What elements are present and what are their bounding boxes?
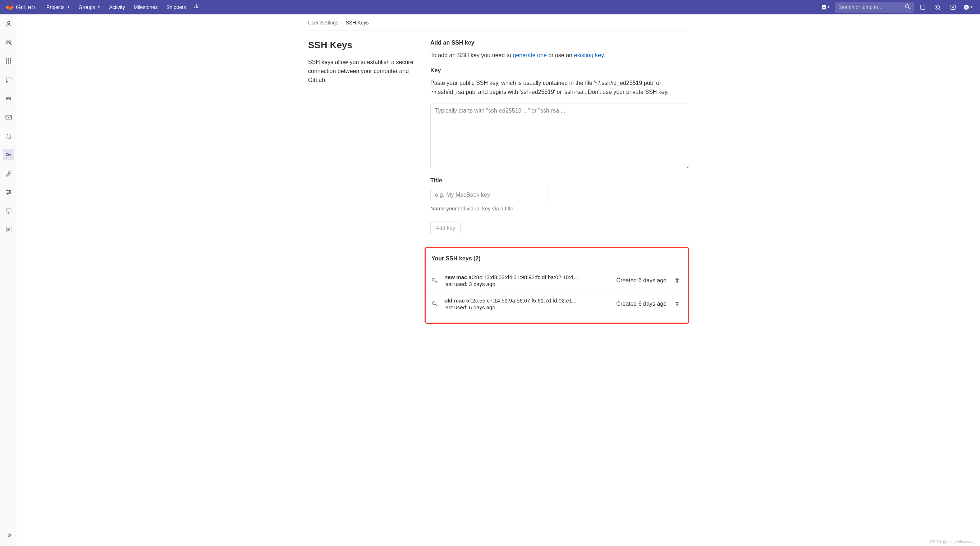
plus-dropdown[interactable]: ▼ <box>820 2 832 13</box>
key-textarea[interactable] <box>430 104 689 168</box>
title-hint: Name your individual key via a title <box>430 205 689 211</box>
svg-text:?: ? <box>965 5 967 10</box>
svg-rect-19 <box>6 62 7 63</box>
sidebar-notifications-icon[interactable] <box>3 130 14 142</box>
svg-rect-20 <box>8 62 9 63</box>
chevron-down-icon: ▼ <box>67 5 70 9</box>
search-box[interactable] <box>835 2 914 13</box>
svg-rect-18 <box>10 61 11 62</box>
svg-point-28 <box>6 190 8 191</box>
svg-point-9 <box>7 21 10 24</box>
svg-point-10 <box>6 41 8 43</box>
sidebar-preferences-icon[interactable] <box>3 186 14 198</box>
sidebar-applications-icon[interactable] <box>3 55 14 67</box>
help-dropdown[interactable]: ? ▼ <box>962 2 974 13</box>
svg-rect-21 <box>10 62 11 63</box>
key-fingerprint: a0:84:13:d3:03:d4:31:98:92:fc:df:ba:02:1… <box>469 274 581 280</box>
sidebar-profile-icon[interactable] <box>3 18 14 29</box>
chevron-down-icon: ▼ <box>970 5 973 9</box>
svg-point-24 <box>9 98 10 99</box>
svg-point-30 <box>7 193 8 194</box>
svg-point-29 <box>9 192 10 192</box>
svg-point-1 <box>905 5 909 8</box>
key-label: Key <box>430 67 689 74</box>
brand-text: GitLab <box>16 3 35 11</box>
add-key-heading: Add an SSH key <box>430 40 689 46</box>
nav-projects[interactable]: Projects▼ <box>42 0 75 14</box>
svg-point-3 <box>936 5 937 6</box>
svg-point-5 <box>939 8 940 10</box>
page-title: SSH Keys <box>308 40 416 51</box>
key-fingerprint: 5f:2c:55:c7:14:59:9a:56:67:f5:61:7d:fd:0… <box>466 297 577 303</box>
sidebar-tokens-icon[interactable] <box>3 93 14 104</box>
nav-snippets[interactable]: Snippets <box>162 0 190 14</box>
chevron-down-icon: ▼ <box>827 5 830 9</box>
breadcrumb-current: SSH Keys <box>346 20 369 26</box>
key-created: Created 6 days ago <box>616 301 667 307</box>
delete-key-button[interactable] <box>671 275 682 286</box>
sidebar-sessions-icon[interactable] <box>3 205 14 217</box>
generate-one-link[interactable]: generate one <box>513 52 546 58</box>
sidebar-gpg-keys-icon[interactable] <box>3 168 14 179</box>
key-icon <box>431 300 439 308</box>
nav-items: Projects▼ Groups▼ Activity Milestones Sn… <box>42 0 202 14</box>
nav-activity[interactable]: Activity <box>105 0 129 14</box>
issues-icon[interactable] <box>917 2 929 13</box>
ssh-key-row: new mac a0:84:13:d3:03:d4:31:98:92:fc:df… <box>429 269 682 292</box>
svg-point-11 <box>9 41 11 43</box>
existing-key-link[interactable]: existing key <box>574 52 603 58</box>
svg-rect-31 <box>6 209 11 212</box>
breadcrumb-separator: › <box>341 20 343 26</box>
search-input[interactable] <box>838 4 905 10</box>
svg-point-23 <box>7 98 8 99</box>
svg-rect-13 <box>6 58 7 59</box>
sidebar-collapse-icon[interactable] <box>3 530 14 541</box>
svg-rect-25 <box>6 115 11 119</box>
key-name: old mac <box>444 297 465 303</box>
nav-analytics-icon[interactable] <box>190 0 202 11</box>
svg-rect-16 <box>6 61 7 62</box>
ssh-key-row: old mac 5f:2c:55:c7:14:59:9a:56:67:f5:61… <box>429 292 682 315</box>
sidebar-ssh-keys-icon[interactable] <box>3 149 14 160</box>
svg-point-33 <box>432 278 435 281</box>
chevron-down-icon: ▼ <box>97 5 100 9</box>
svg-rect-15 <box>10 58 11 59</box>
key-lastused: last used: 3 days ago <box>444 281 611 287</box>
merge-requests-icon[interactable] <box>932 2 944 13</box>
sidebar-account-icon[interactable] <box>3 37 14 48</box>
key-lastused: last used: 6 days ago <box>444 304 611 310</box>
ssh-keys-highlight: Your SSH keys (2) new mac a0:84:13:d3:03… <box>425 247 689 324</box>
svg-point-34 <box>432 302 435 305</box>
gitlab-logo-icon <box>6 3 14 12</box>
todos-icon[interactable] <box>947 2 959 13</box>
add-key-button[interactable]: Add key <box>430 222 461 234</box>
brand-area[interactable]: GitLab <box>6 3 35 12</box>
page-description: SSH keys allow you to establish a secure… <box>308 58 416 85</box>
key-name: new mac <box>444 274 467 280</box>
top-nav: GitLab Projects▼ Groups▼ Activity Milest… <box>0 0 980 14</box>
nav-groups[interactable]: Groups▼ <box>75 0 105 14</box>
breadcrumb: User Settings › SSH Keys <box>308 18 689 31</box>
sidebar-emails-icon[interactable] <box>3 112 14 123</box>
svg-rect-14 <box>8 58 9 59</box>
search-icon <box>905 4 910 10</box>
settings-sidebar <box>0 14 17 546</box>
title-input[interactable] <box>430 189 549 201</box>
svg-rect-17 <box>8 61 9 62</box>
key-help: Paste your public SSH key, which is usua… <box>430 79 689 97</box>
title-label: Title <box>430 177 689 184</box>
nav-milestones[interactable]: Milestones <box>129 0 162 14</box>
svg-point-26 <box>6 153 9 156</box>
key-created: Created 6 days ago <box>616 277 667 284</box>
add-key-help: To add an SSH key you need to generate o… <box>430 51 689 60</box>
breadcrumb-parent[interactable]: User Settings <box>308 20 338 26</box>
your-keys-heading: Your SSH keys (2) <box>429 255 682 262</box>
delete-key-button[interactable] <box>671 299 682 309</box>
svg-point-4 <box>936 8 937 10</box>
sidebar-chat-icon[interactable] <box>3 74 14 86</box>
svg-rect-2 <box>921 5 925 10</box>
key-icon <box>431 276 439 285</box>
watermark: CSDN @maligebilaowang <box>930 540 976 544</box>
sidebar-authlog-icon[interactable] <box>3 224 14 235</box>
